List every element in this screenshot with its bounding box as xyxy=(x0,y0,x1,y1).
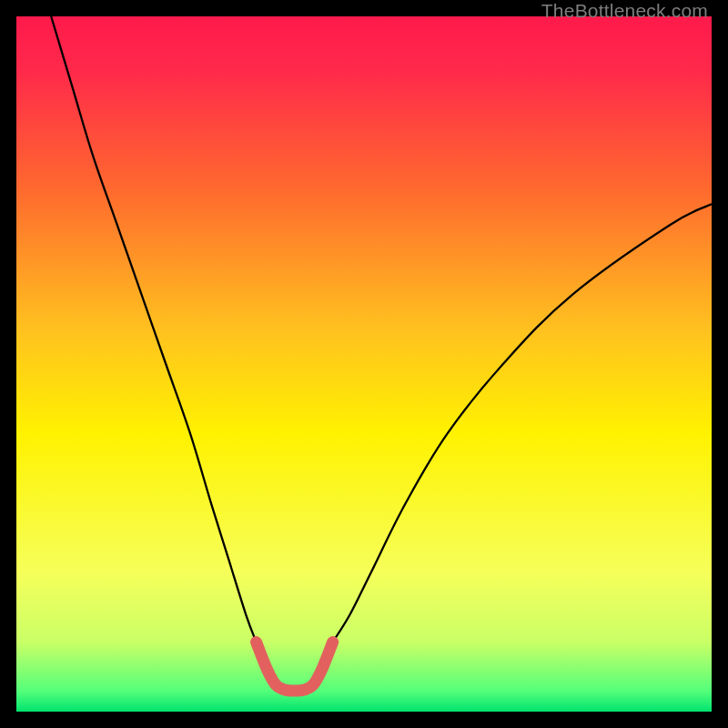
watermark-text: TheBottleneck.com xyxy=(541,0,708,22)
chart-frame xyxy=(16,16,712,712)
bottleneck-chart xyxy=(16,16,712,712)
gradient-background xyxy=(16,16,712,712)
